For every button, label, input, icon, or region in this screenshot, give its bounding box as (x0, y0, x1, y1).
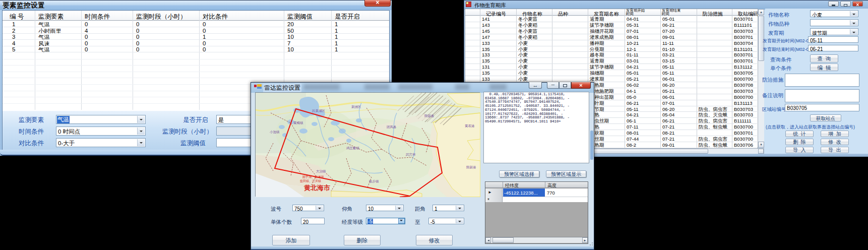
svg-text:黄梅镇: 黄梅镇 (293, 121, 303, 125)
svg-text:武穴市: 武穴市 (405, 153, 416, 156)
svg-text:小池镇: 小池镇 (270, 130, 280, 134)
svg-text:黄石港: 黄石港 (465, 124, 475, 128)
svg-text:呂泉湖区: 呂泉湖区 (312, 109, 326, 113)
svg-text:黄北海市: 黄北海市 (303, 184, 330, 192)
svg-text:阳新港: 阳新港 (466, 165, 476, 169)
svg-text:阳新县: 阳新县 (424, 114, 435, 118)
svg-text:圆子湖、新渚湖: 圆子湖、新渚湖 (302, 175, 324, 179)
svg-text:盐田镇、江滨镇: 盐田镇、江滨镇 (300, 179, 321, 183)
svg-text:鸡兰貉镇: 鸡兰貉镇 (346, 146, 360, 150)
svg-text:敢步镇: 敢步镇 (368, 179, 379, 183)
svg-text:新洲区: 新洲区 (351, 105, 361, 109)
svg-text:团风县: 团风县 (387, 125, 397, 129)
svg-text:大治镇: 大治镇 (316, 169, 326, 173)
